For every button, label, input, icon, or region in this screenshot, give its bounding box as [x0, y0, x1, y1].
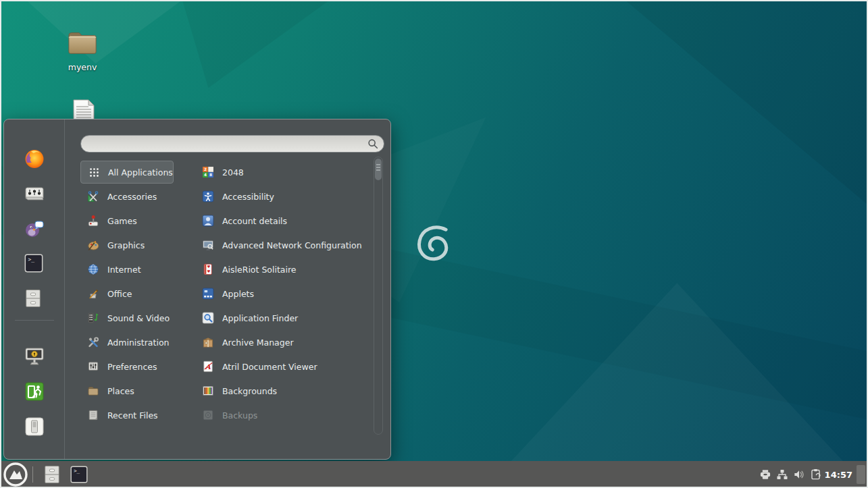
- application-label: 2048: [222, 167, 244, 178]
- session-shutdown[interactable]: [20, 412, 49, 441]
- session-lock-screen[interactable]: [20, 342, 49, 371]
- menu-sidebar: >_: [4, 119, 65, 459]
- tray-volume[interactable]: [792, 468, 806, 481]
- application-label: Application Finder: [222, 313, 298, 323]
- svg-text:8: 8: [209, 173, 212, 177]
- category-label: Places: [107, 386, 134, 396]
- favorite-file-manager[interactable]: [20, 284, 49, 314]
- places-icon: [86, 383, 101, 398]
- category-internet[interactable]: Internet: [80, 257, 182, 281]
- terminal-icon: >_: [24, 253, 45, 275]
- scrollbar-thumb[interactable]: [375, 159, 382, 180]
- shutdown-icon: [24, 416, 45, 437]
- recent-files-icon: [86, 408, 101, 423]
- launcher-file-manager[interactable]: [42, 464, 62, 485]
- application-advanced-network-configuration[interactable]: Advanced Network Configuration: [195, 233, 369, 257]
- graphics-icon: [86, 238, 101, 252]
- app-list-scrollbar[interactable]: [374, 157, 383, 435]
- taskbar-panel: >_ 14:57: [0, 461, 868, 488]
- category-label: Accessories: [107, 192, 157, 202]
- desktop-icon-label: myenv: [57, 62, 108, 72]
- search-input[interactable]: [81, 136, 367, 152]
- category-places[interactable]: Places: [80, 379, 182, 403]
- application-list: 248 2048 Accessibility Account details A…: [195, 160, 369, 427]
- game-2048-icon: 248: [201, 165, 215, 180]
- application-backgrounds[interactable]: Backgrounds: [195, 379, 369, 403]
- application-application-finder[interactable]: Application Finder: [195, 306, 369, 330]
- category-label: Preferences: [107, 362, 157, 372]
- category-label: Games: [107, 216, 137, 226]
- application-applets[interactable]: Applets: [195, 281, 369, 306]
- category-label: Sound & Video: [107, 313, 170, 323]
- application-accessibility[interactable]: Accessibility: [195, 184, 369, 209]
- application-backups[interactable]: Backups: [195, 403, 369, 427]
- category-label: Graphics: [107, 240, 145, 250]
- clipboard-icon: [809, 468, 823, 481]
- svg-text:>_: >_: [74, 468, 80, 474]
- search-bar: [80, 135, 384, 153]
- sidebar-separator: [15, 320, 54, 321]
- application-aisleriot-solitaire[interactable]: ♥♥ AisleRiot Solitaire: [195, 257, 369, 281]
- volume-icon: [792, 468, 806, 481]
- application-label: Backgrounds: [222, 386, 277, 396]
- category-preferences[interactable]: Preferences: [80, 354, 182, 379]
- application-label: AisleRiot Solitaire: [222, 265, 297, 275]
- panel-separator: [32, 466, 33, 483]
- printer-icon: [759, 468, 772, 481]
- all-apps-icon: [86, 165, 101, 180]
- show-desktop-button[interactable]: [857, 465, 865, 484]
- category-sound-video[interactable]: Sound & Video: [80, 306, 182, 330]
- file-cabinet-icon: [43, 465, 61, 484]
- application-menu: >_: [3, 119, 391, 460]
- category-games[interactable]: Games: [80, 209, 182, 233]
- office-icon: [86, 286, 101, 301]
- network-icon: [775, 468, 789, 481]
- application-account-details[interactable]: Account details: [195, 209, 369, 233]
- clock[interactable]: 14:57: [825, 470, 852, 480]
- category-office[interactable]: Office: [80, 281, 182, 306]
- svg-text:♥: ♥: [207, 265, 210, 269]
- administration-icon: [86, 335, 101, 350]
- lock-screen-icon: [24, 346, 45, 367]
- category-list: All Applications Accessories Games Graph…: [80, 160, 182, 427]
- application-label: Backups: [222, 410, 257, 421]
- favorite-firefox[interactable]: [20, 144, 49, 173]
- category-recent-files[interactable]: Recent Files: [80, 403, 182, 427]
- application-archive-manager[interactable]: Archive Manager: [195, 330, 369, 354]
- application-atril-document-viewer[interactable]: A Atril Document Viewer: [195, 354, 369, 379]
- tray-network[interactable]: [775, 468, 789, 481]
- session-log-out[interactable]: [20, 377, 49, 406]
- favorite-terminal[interactable]: >_: [20, 249, 49, 279]
- firefox-icon: [24, 148, 45, 169]
- category-all-applications[interactable]: All Applications: [80, 161, 174, 184]
- desktop: myenv: [0, 0, 868, 488]
- atril-icon: A: [201, 359, 215, 374]
- preferences-icon: [86, 359, 101, 374]
- svg-text:♥: ♥: [207, 269, 210, 273]
- favorite-settings-mixer[interactable]: [20, 179, 49, 209]
- sound-video-icon: [86, 310, 101, 325]
- category-label: Office: [107, 289, 132, 299]
- tray-clipboard[interactable]: [809, 468, 823, 481]
- pidgin-icon: [24, 218, 45, 240]
- desktop-icon-myenv[interactable]: myenv: [57, 30, 108, 72]
- tray-printer[interactable]: [759, 468, 772, 481]
- category-graphics[interactable]: Graphics: [80, 233, 182, 257]
- favorite-messenger[interactable]: [20, 214, 49, 244]
- application-label: Advanced Network Configuration: [222, 240, 362, 250]
- launcher-terminal[interactable]: >_: [69, 464, 89, 485]
- accessories-icon: [86, 189, 101, 204]
- application-label: Archive Manager: [222, 337, 294, 348]
- account-details-icon: [201, 213, 215, 228]
- category-label: Recent Files: [107, 410, 158, 421]
- search-icon: [367, 138, 379, 150]
- application-label: Atril Document Viewer: [222, 362, 317, 372]
- backgrounds-icon: [201, 383, 215, 398]
- category-administration[interactable]: Administration: [80, 330, 182, 354]
- internet-icon: [86, 262, 101, 277]
- application-2048[interactable]: 248 2048: [195, 160, 369, 184]
- menu-button[interactable]: [3, 462, 28, 487]
- folder-icon: [67, 30, 98, 57]
- category-accessories[interactable]: Accessories: [80, 184, 182, 209]
- svg-text:2: 2: [204, 167, 207, 171]
